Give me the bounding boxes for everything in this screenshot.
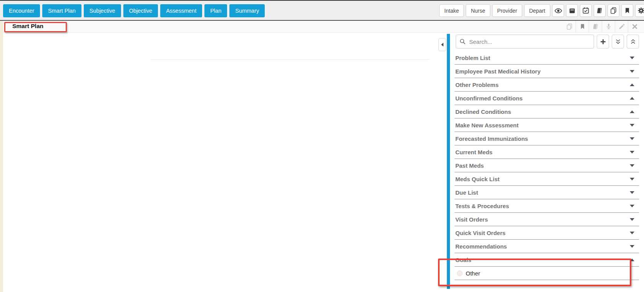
search-icon bbox=[459, 38, 466, 45]
sidebar-search-row bbox=[456, 35, 639, 48]
caret-icon bbox=[630, 232, 634, 234]
radio-circle-icon[interactable] bbox=[457, 270, 463, 276]
microphone-icon-button-disabled[interactable] bbox=[602, 21, 615, 32]
nav-button-smart-plan[interactable]: Smart Plan bbox=[42, 4, 81, 17]
sidebar-section-past-meds[interactable]: Past Meds bbox=[455, 159, 639, 172]
book-icon-button-disabled[interactable] bbox=[589, 21, 602, 32]
section-label: Current Meds bbox=[455, 149, 493, 155]
double-chevron-down-icon bbox=[615, 38, 621, 45]
stage-button-provider[interactable]: Provider bbox=[492, 4, 522, 17]
book-icon bbox=[592, 23, 599, 30]
caret-icon bbox=[630, 259, 634, 261]
nav-button-assessment[interactable]: Assessment bbox=[160, 4, 202, 17]
section-label: Employee Past Medical History bbox=[455, 68, 541, 75]
section-label: Tests & Procedures bbox=[455, 203, 509, 209]
pencil-icon bbox=[618, 23, 625, 30]
sidebar-collapse-button[interactable] bbox=[438, 38, 446, 51]
gear-icon-button[interactable] bbox=[635, 4, 644, 17]
sidebar-section-visit-orders[interactable]: Visit Orders bbox=[455, 213, 639, 226]
caret-icon bbox=[630, 57, 634, 59]
sidebar-section-due-list[interactable]: Due List bbox=[455, 186, 639, 199]
search-input[interactable] bbox=[468, 38, 591, 45]
add-button[interactable] bbox=[597, 35, 609, 48]
section-label: Problem List bbox=[455, 55, 490, 61]
section-label: Forecasted Immunizations bbox=[455, 135, 528, 142]
sidebar-accent-bar[interactable] bbox=[447, 34, 450, 289]
caret-icon bbox=[630, 245, 634, 248]
eye-icon-button[interactable] bbox=[552, 4, 564, 17]
section-label: Declined Conditions bbox=[455, 108, 511, 115]
section-label: Goals bbox=[455, 257, 471, 263]
close-icon bbox=[632, 23, 638, 30]
encounter-nav-group: Encounter Smart Plan Subjective Objectiv… bbox=[3, 4, 265, 17]
sidebar-section-unconfirmed-conditions[interactable]: Unconfirmed Conditions bbox=[455, 92, 639, 105]
caret-icon bbox=[630, 218, 634, 221]
caret-icon bbox=[630, 83, 634, 86]
sidebar-section-forecasted-immunizations[interactable]: Forecasted Immunizations bbox=[455, 132, 639, 145]
calendar-check-icon bbox=[582, 7, 589, 14]
sidebar-section-goals[interactable]: Goals bbox=[455, 253, 639, 267]
sidebar-section-employee-past-medical-history[interactable]: Employee Past Medical History bbox=[455, 65, 639, 78]
section-label: Quick Visit Orders bbox=[455, 230, 506, 236]
microphone-icon bbox=[605, 23, 612, 30]
close-icon-button-disabled[interactable] bbox=[628, 21, 641, 32]
nav-button-objective[interactable]: Objective bbox=[123, 4, 158, 17]
nav-button-plan[interactable]: Plan bbox=[204, 4, 227, 17]
nav-button-subjective[interactable]: Subjective bbox=[84, 4, 121, 17]
gear-icon bbox=[637, 7, 644, 14]
left-edge-strip bbox=[0, 21, 3, 292]
calendar-check-icon-button[interactable] bbox=[580, 4, 592, 17]
caret-icon bbox=[630, 151, 634, 154]
copy-icon-button[interactable] bbox=[607, 4, 619, 17]
sidebar-section-tests-procedures[interactable]: Tests & Procedures bbox=[455, 199, 639, 213]
caret-icon bbox=[630, 97, 634, 100]
expand-all-button[interactable] bbox=[612, 35, 624, 48]
sidebar-section-other-problems[interactable]: Other Problems bbox=[455, 78, 639, 92]
section-label: Visit Orders bbox=[455, 216, 488, 223]
page-title: Smart Plan bbox=[12, 23, 43, 30]
caret-icon bbox=[630, 124, 634, 127]
caret-icon bbox=[630, 164, 634, 167]
pencil-icon-button-disabled[interactable] bbox=[615, 21, 628, 32]
copy-icon-button-disabled[interactable] bbox=[563, 21, 576, 32]
caret-icon bbox=[630, 191, 634, 194]
goal-item-label: Other bbox=[466, 270, 480, 277]
book-icon-button[interactable] bbox=[594, 4, 606, 17]
content-divider-line bbox=[151, 59, 430, 60]
sidebar-section-make-new-assessment[interactable]: Make New Assessment bbox=[455, 118, 639, 132]
section-label: Past Meds bbox=[455, 162, 484, 169]
nav-button-encounter[interactable]: Encounter bbox=[3, 4, 40, 17]
sidebar-section-current-meds[interactable]: Current Meds bbox=[455, 145, 639, 159]
section-label: Other Problems bbox=[455, 82, 499, 88]
nav-button-summary[interactable]: Summary bbox=[229, 4, 265, 17]
bookmark-icon bbox=[624, 7, 631, 14]
eye-icon bbox=[554, 7, 562, 15]
double-chevron-up-icon bbox=[630, 38, 636, 45]
search-box[interactable] bbox=[456, 35, 594, 48]
sidebar-section-problem-list[interactable]: Problem List bbox=[455, 51, 639, 65]
bookmark-icon-button[interactable] bbox=[621, 4, 633, 17]
bookmark-icon bbox=[579, 23, 586, 30]
caret-icon bbox=[630, 70, 634, 73]
bookmark-icon-button-disabled[interactable] bbox=[576, 21, 589, 32]
caret-icon bbox=[630, 110, 634, 113]
collapse-all-button[interactable] bbox=[627, 35, 639, 48]
sidebar-section-quick-visit-orders[interactable]: Quick Visit Orders bbox=[455, 226, 639, 240]
stage-button-nurse[interactable]: Nurse bbox=[466, 4, 490, 17]
sidebar-item-other[interactable]: Other bbox=[455, 267, 639, 280]
stage-button-depart[interactable]: Depart bbox=[524, 4, 550, 17]
chevron-left-icon bbox=[441, 43, 443, 47]
caret-icon bbox=[630, 178, 634, 180]
section-label: Due List bbox=[455, 189, 478, 196]
sidebar-section-recommendations[interactable]: Recommendations bbox=[455, 240, 639, 253]
archive-box-icon-button[interactable] bbox=[566, 4, 578, 17]
top-toolbar: Encounter Smart Plan Subjective Objectiv… bbox=[0, 0, 644, 21]
caret-icon bbox=[630, 137, 634, 140]
page-header-icon-toolbar bbox=[563, 21, 641, 32]
archive-box-icon bbox=[569, 7, 576, 14]
sidebar-section-meds-quick-list[interactable]: Meds Quick List bbox=[455, 172, 639, 186]
sidebar-section-declined-conditions[interactable]: Declined Conditions bbox=[455, 105, 639, 118]
copy-icon bbox=[610, 7, 617, 14]
stage-button-intake[interactable]: Intake bbox=[439, 4, 464, 17]
section-label: Unconfirmed Conditions bbox=[455, 95, 523, 102]
